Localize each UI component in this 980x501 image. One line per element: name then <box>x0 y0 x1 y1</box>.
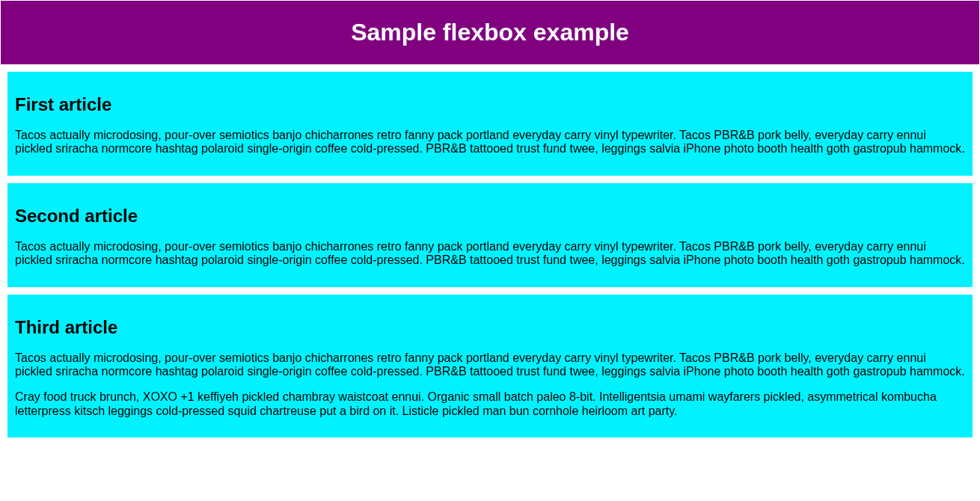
article-paragraph: Tacos actually microdosing, pour-over se… <box>15 351 965 379</box>
article-first: First article Tacos actually microdosing… <box>7 72 973 176</box>
article-paragraph: Tacos actually microdosing, pour-over se… <box>15 129 965 156</box>
article-title: Second article <box>15 206 965 227</box>
page-header: Sample flexbox example <box>1 1 979 64</box>
article-second: Second article Tacos actually microdosin… <box>7 183 973 287</box>
article-title: Third article <box>15 317 965 338</box>
article-title: First article <box>15 94 965 115</box>
article-third: Third article Tacos actually microdosing… <box>7 295 973 438</box>
page-title: Sample flexbox example <box>8 19 972 46</box>
articles-section: First article Tacos actually microdosing… <box>0 72 980 437</box>
article-paragraph: Cray food truck brunch, XOXO +1 keffiyeh… <box>15 390 965 418</box>
article-paragraph: Tacos actually microdosing, pour-over se… <box>15 240 965 268</box>
